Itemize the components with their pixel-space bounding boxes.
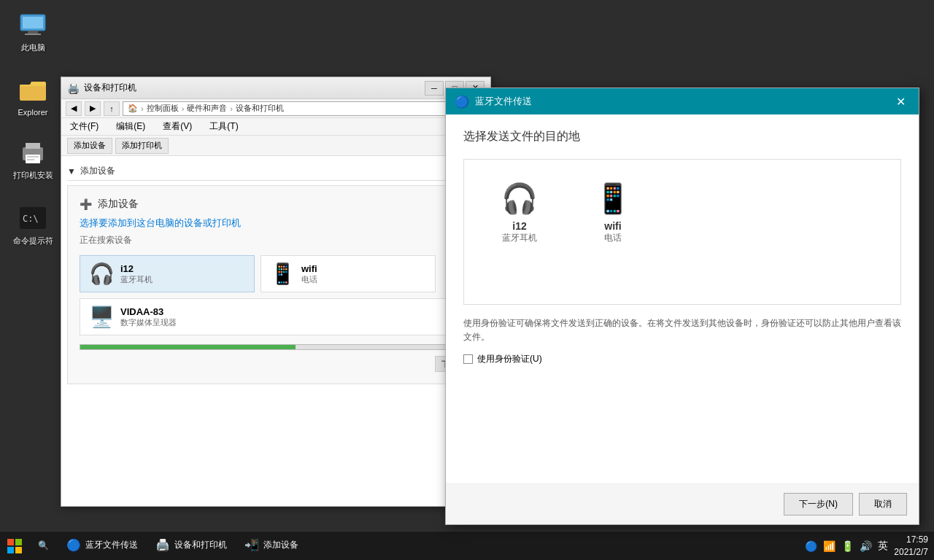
breadcrumb-devices[interactable]: 设备和打印机 xyxy=(236,103,284,114)
this-pc-label: 此电脑 xyxy=(21,42,45,53)
svg-rect-13 xyxy=(7,539,14,545)
desktop: 此电脑 Explorer 打印机安装 C:\ xyxy=(0,0,934,560)
svg-rect-1 xyxy=(23,17,43,28)
add-device-searching: 正在搜索设备 xyxy=(80,234,472,246)
svg-rect-7 xyxy=(26,143,40,149)
taskbar-bt-transfer[interactable]: 🔵 蓝牙文件传送 xyxy=(58,532,147,561)
menu-tools[interactable]: 工具(T) xyxy=(207,119,241,134)
start-button[interactable] xyxy=(0,532,29,561)
menu-view[interactable]: 查看(V) xyxy=(160,119,195,134)
taskbar-bt-icon: 🔵 xyxy=(66,538,81,552)
bt-wifi-icon: 📱 xyxy=(595,182,631,216)
lang-indicator[interactable]: 英 xyxy=(878,540,888,553)
navigation-bar: ◀ ▶ ↑ 🏠 › 控制面板 › 硬件和声音 › 设备和打印机 xyxy=(61,99,490,118)
device-item-i12[interactable]: 🎧 i12 蓝牙耳机 xyxy=(80,255,255,292)
taskbar-add-label: 添加设备 xyxy=(263,539,298,551)
content-scroll[interactable]: ▼ 添加设备 ➕ 添加设备 选择要添加到这台电脑的设备或打印机 正在搜索设备 🎧 xyxy=(61,156,490,506)
add-device-section[interactable]: ▼ 添加设备 xyxy=(67,162,485,181)
menu-file[interactable]: 文件(F) xyxy=(67,119,101,134)
add-device-subtitle: 选择要添加到这台电脑的设备或打印机 xyxy=(80,217,472,230)
printer-icon xyxy=(18,138,47,167)
network-tray-icon[interactable]: 📶 xyxy=(823,540,835,552)
bt-heading: 选择发送文件的目的地 xyxy=(463,129,901,144)
desktop-icon-this-pc[interactable]: 此电脑 xyxy=(7,7,58,56)
taskbar-bt-label: 蓝牙文件传送 xyxy=(85,539,138,551)
device-item-wifi[interactable]: 📱 wifi 电话 xyxy=(260,255,436,292)
bluetooth-transfer-window: 🔵 蓝牙文件传送 ✕ 选择发送文件的目的地 🎧 i12 蓝牙耳机 📱 wifi … xyxy=(445,88,919,525)
bt-i12-icon: 🎧 xyxy=(501,182,538,216)
bt-device-i12[interactable]: 🎧 i12 蓝牙耳机 xyxy=(476,171,563,254)
taskbar-devices-label: 设备和打印机 xyxy=(174,539,227,551)
add-printer-btn[interactable]: 添加打印机 xyxy=(115,138,169,154)
breadcrumb[interactable]: 🏠 › 控制面板 › 硬件和声音 › 设备和打印机 xyxy=(123,101,486,116)
svg-rect-14 xyxy=(15,539,22,545)
devices-printers-window: 🖨️ 设备和打印机 ─ □ ✕ ◀ ▶ ↑ 🏠 › 控制面板 › 硬件和声音 ›… xyxy=(61,77,491,507)
auth-checkbox[interactable] xyxy=(463,354,473,364)
taskbar-add-device[interactable]: 📲 添加设备 xyxy=(236,532,307,561)
devices-toolbar: 添加设备 添加打印机 xyxy=(61,136,490,156)
forward-button[interactable]: ▶ xyxy=(85,101,101,116)
section-label: 添加设备 xyxy=(80,165,115,177)
auth-checkbox-label: 使用身份验证(U) xyxy=(477,353,542,365)
wifi-name: wifi xyxy=(301,263,317,274)
bt-footer: 下一步(N) 取消 xyxy=(446,483,919,524)
bt-i12-type: 蓝牙耳机 xyxy=(502,232,537,244)
vidaa-type: 数字媒体呈现器 xyxy=(120,317,177,328)
desktop-icon-printer[interactable]: 打印机安装 xyxy=(7,135,58,184)
wifi-type: 电话 xyxy=(301,274,317,285)
add-device-footer: 下一步 xyxy=(80,356,472,372)
printer-label: 打印机安装 xyxy=(13,170,53,181)
add-device-title-row: ➕ 添加设备 xyxy=(80,198,472,211)
volume-tray-icon[interactable]: 🔊 xyxy=(860,540,872,552)
svg-rect-10 xyxy=(27,159,34,160)
svg-rect-3 xyxy=(25,34,41,35)
section-arrow: ▼ xyxy=(67,166,76,176)
minimize-button[interactable]: ─ xyxy=(425,81,444,96)
devices-content: ▼ 添加设备 ➕ 添加设备 选择要添加到这台电脑的设备或打印机 正在搜索设备 🎧 xyxy=(61,156,490,506)
add-device-btn[interactable]: 添加设备 xyxy=(67,138,112,154)
tray-clock[interactable]: 17:59 2021/2/7 xyxy=(894,534,928,559)
progress-bar-fill xyxy=(80,345,296,349)
up-button[interactable]: ↑ xyxy=(104,101,120,116)
add-device-icon: ➕ xyxy=(80,198,92,210)
bt-titlebar: 🔵 蓝牙文件传送 ✕ xyxy=(446,88,919,114)
taskbar-search[interactable]: 🔍 xyxy=(29,532,58,561)
devices-window-title: 设备和打印机 xyxy=(84,82,420,94)
found-devices-list: 🎧 i12 蓝牙耳机 📱 wifi 电话 xyxy=(80,255,472,335)
bt-device-wifi[interactable]: 📱 wifi 电话 xyxy=(569,171,657,254)
bt-i12-name: i12 xyxy=(512,220,526,232)
bt-title-text: 蓝牙文件传送 xyxy=(475,95,885,108)
i12-type: 蓝牙耳机 xyxy=(120,274,153,285)
breadcrumb-home-icon: 🏠 xyxy=(128,104,138,113)
bt-wifi-type: 电话 xyxy=(604,232,622,244)
back-button[interactable]: ◀ xyxy=(66,101,82,116)
battery-tray-icon[interactable]: 🔋 xyxy=(841,540,854,552)
bluetooth-tray-icon[interactable]: 🔵 xyxy=(805,540,817,552)
menu-edit[interactable]: 编辑(E) xyxy=(113,119,148,134)
cancel-button[interactable]: 取消 xyxy=(859,493,907,516)
wifi-icon: 📱 xyxy=(270,262,296,286)
taskbar-devices[interactable]: 🖨️ 设备和打印机 xyxy=(147,532,236,561)
desktop-icon-explorer[interactable]: Explorer xyxy=(7,73,58,120)
system-tray: 🔵 📶 🔋 🔊 英 17:59 2021/2/7 xyxy=(799,534,934,559)
bt-info-text: 使用身份验证可确保将文件发送到正确的设备。在将文件发送到其他设备时，身份验证还可… xyxy=(463,316,901,344)
vidaa-name: VIDAA-83 xyxy=(120,306,177,317)
devices-window-titlebar: 🖨️ 设备和打印机 ─ □ ✕ xyxy=(61,77,490,99)
taskbar: 🔍 🔵 蓝牙文件传送 🖨️ 设备和打印机 📲 添加设备 🔵 📶 🔋 🔊 英 17… xyxy=(0,531,934,560)
menu-bar: 文件(F) 编辑(E) 查看(V) 工具(T) xyxy=(61,118,490,136)
devices-window-icon: 🖨️ xyxy=(67,82,80,94)
breadcrumb-control-panel[interactable]: 控制面板 xyxy=(147,103,179,114)
desktop-icon-cmd[interactable]: C:\ 命令提示符 xyxy=(7,201,58,249)
breadcrumb-hw-sound[interactable]: 硬件和声音 xyxy=(187,103,227,114)
add-device-panel: ➕ 添加设备 选择要添加到这台电脑的设备或打印机 正在搜索设备 🎧 i12 蓝牙… xyxy=(67,185,485,384)
i12-icon: 🎧 xyxy=(89,262,115,286)
bt-checkbox-area: 使用身份验证(U) xyxy=(463,353,901,365)
clock-time: 17:59 xyxy=(894,534,928,546)
svg-rect-16 xyxy=(15,547,22,553)
device-item-vidaa[interactable]: 🖥️ VIDAA-83 数字媒体呈现器 xyxy=(80,298,472,335)
add-device-heading: 添加设备 xyxy=(98,198,139,211)
bt-content: 选择发送文件的目的地 🎧 i12 蓝牙耳机 📱 wifi 电话 使用身份验证可确… xyxy=(446,114,919,483)
bt-close-button[interactable]: ✕ xyxy=(891,92,910,111)
bt-title-icon: 🔵 xyxy=(455,95,469,109)
next-button[interactable]: 下一步(N) xyxy=(784,493,853,516)
